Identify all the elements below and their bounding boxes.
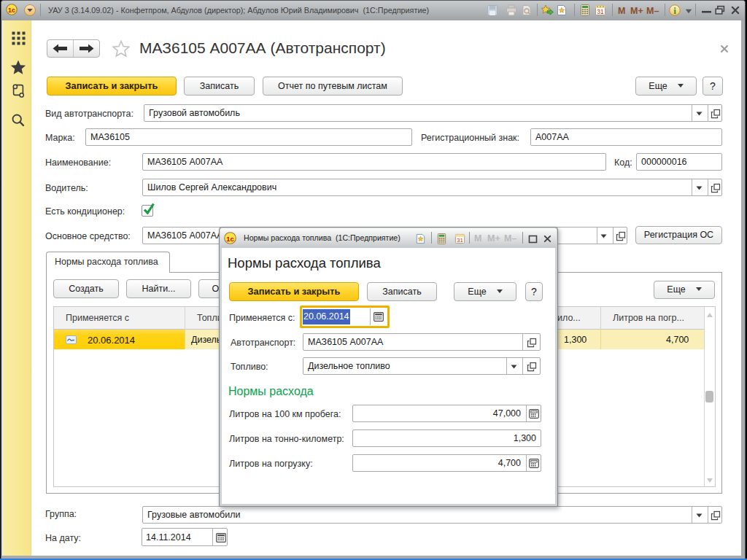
svg-text:31: 31 [597, 8, 604, 15]
svg-text:1с: 1с [8, 7, 15, 14]
